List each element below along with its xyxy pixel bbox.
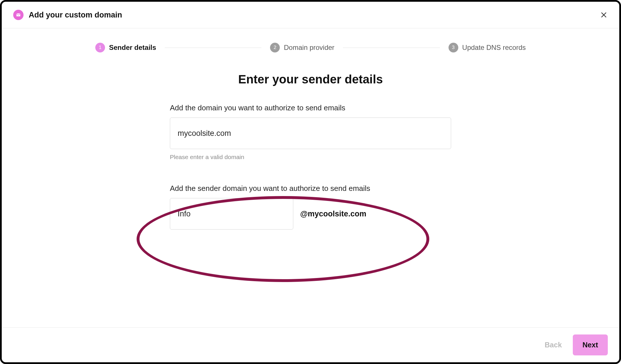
sender-field-section: Add the sender domain you want to author… bbox=[170, 184, 451, 230]
step-label: Domain provider bbox=[284, 44, 334, 52]
domain-field-section: Add the domain you want to authorize to … bbox=[170, 103, 451, 161]
stepper: 1 Sender details 2 Domain provider 3 Upd… bbox=[67, 43, 554, 52]
sender-domain-suffix: @mycoolsite.com bbox=[300, 210, 366, 218]
step-domain-provider[interactable]: 2 Domain provider bbox=[270, 43, 334, 52]
step-number: 3 bbox=[449, 43, 458, 52]
step-divider bbox=[165, 48, 261, 48]
step-sender-details[interactable]: 1 Sender details bbox=[95, 43, 156, 52]
modal-title: Add your custom domain bbox=[29, 11, 122, 19]
step-divider bbox=[343, 48, 440, 48]
domain-field-label: Add the domain you want to authorize to … bbox=[170, 103, 451, 112]
sender-field-label: Add the sender domain you want to author… bbox=[170, 184, 451, 193]
step-label: Sender details bbox=[109, 44, 156, 52]
close-button[interactable] bbox=[600, 11, 608, 19]
logo-icon bbox=[13, 10, 24, 20]
sender-input-row: @mycoolsite.com bbox=[170, 198, 451, 230]
step-number: 1 bbox=[95, 43, 105, 52]
modal-content: 1 Sender details 2 Domain provider 3 Upd… bbox=[2, 28, 619, 327]
sender-input[interactable] bbox=[170, 198, 293, 230]
next-button[interactable]: Next bbox=[573, 334, 608, 355]
modal-header: Add your custom domain bbox=[2, 2, 619, 28]
step-number: 2 bbox=[270, 43, 280, 52]
page-heading: Enter your sender details bbox=[238, 73, 383, 86]
step-label: Update DNS records bbox=[462, 44, 526, 52]
back-button[interactable]: Back bbox=[542, 336, 565, 354]
domain-input[interactable] bbox=[170, 118, 451, 149]
modal-footer: Back Next bbox=[2, 327, 619, 362]
step-update-dns[interactable]: 3 Update DNS records bbox=[449, 43, 526, 52]
domain-helper-text: Please enter a valid domain bbox=[170, 154, 451, 161]
